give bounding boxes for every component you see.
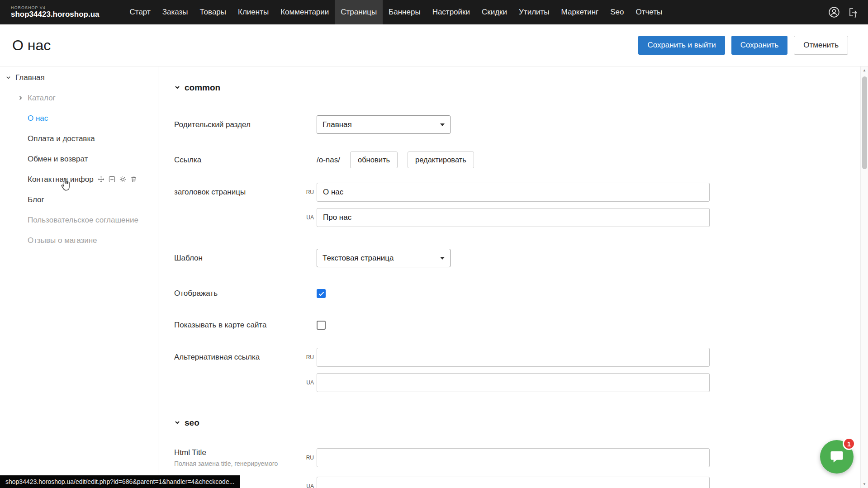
content-area: Главная Каталог О нас Оплата и доставка … (0, 66, 868, 488)
sidebar-item-obmen-i-vozvrat[interactable]: Обмен и возврат (0, 149, 158, 169)
menu-item-products[interactable]: Товары (194, 0, 232, 24)
lang-badge-ru: RU (302, 354, 314, 360)
add-icon[interactable] (109, 176, 115, 183)
menu-item-orders[interactable]: Заказы (157, 0, 194, 24)
field-label-display: Отображать (174, 289, 317, 298)
field-label-link: Ссылка (174, 156, 317, 165)
scrollbar-thumb[interactable] (862, 76, 867, 169)
menu-item-pages[interactable]: Страницы (335, 0, 383, 24)
menu-item-reports[interactable]: Отчеты (630, 0, 668, 24)
menu-item-seo[interactable]: Seo (604, 0, 630, 24)
chevron-right-icon (18, 95, 25, 101)
lang-badge-ua: UA (302, 214, 314, 221)
sidebar-item-label: Блог (28, 195, 44, 204)
field-label-sitemap: Показывать в карте сайта (174, 321, 317, 330)
header-actions: Сохранить и выйти Сохранить Отменить (638, 36, 848, 55)
tree-item-actions (98, 176, 137, 183)
section-common-toggle[interactable]: common (174, 83, 841, 93)
sidebar-item-label: Главная (15, 73, 45, 82)
refresh-link-button[interactable]: обновить (350, 152, 398, 168)
lang-badge-ua: UA (302, 483, 314, 488)
page-title: О нас (12, 37, 51, 54)
lang-badge-ru: RU (302, 455, 314, 461)
scroll-up-arrow[interactable]: ▲ (861, 66, 868, 74)
sidebar-item-label: Каталог (28, 94, 56, 103)
pages-tree-sidebar: Главная Каталог О нас Оплата и доставка … (0, 66, 158, 488)
menu-item-start[interactable]: Старт (124, 0, 157, 24)
settings-icon[interactable] (119, 176, 126, 183)
chevron-down-icon (174, 418, 180, 428)
alt-link-ua-input[interactable] (317, 373, 710, 392)
sidebar-item-label: Обмен и возврат (28, 155, 88, 164)
page-header: О нас Сохранить и выйти Сохранить Отмени… (0, 24, 868, 66)
lang-badge-ua: UA (302, 379, 314, 386)
menu-item-banners[interactable]: Баннеры (383, 0, 427, 24)
html-title-ua-input[interactable] (317, 477, 710, 488)
menu-item-settings[interactable]: Настройки (427, 0, 476, 24)
save-button[interactable]: Сохранить (731, 36, 787, 55)
sidebar-item-otzyvy-o-magazine[interactable]: Отзывы о магазине (0, 230, 158, 251)
page-title-ua-input[interactable] (317, 208, 710, 227)
chat-icon (829, 449, 845, 465)
user-icon[interactable] (828, 6, 840, 18)
scroll-down-arrow[interactable]: ▼ (861, 480, 868, 488)
lang-badge-ru: RU (302, 189, 314, 195)
select-value: Текстовая страница (323, 254, 394, 263)
select-value: Главная (323, 120, 352, 129)
sidebar-item-oplata-i-dostavka[interactable]: Оплата и доставка (0, 128, 158, 149)
main-menu: Старт Заказы Товары Клиенты Комментарии … (124, 0, 669, 24)
save-and-exit-button[interactable]: Сохранить и выйти (638, 36, 725, 55)
sitemap-checkbox[interactable] (317, 321, 326, 330)
delete-icon[interactable] (130, 176, 137, 183)
sidebar-item-label: Оплата и доставка (28, 134, 95, 143)
edit-link-button[interactable]: редактировать (408, 152, 474, 168)
logout-icon[interactable] (847, 7, 858, 18)
chat-unread-badge: 1 (843, 437, 855, 450)
sidebar-item-blog[interactable]: Блог (0, 190, 158, 210)
chat-widget-button[interactable]: 1 (820, 440, 854, 474)
sidebar-item-glavnaya[interactable]: Главная (0, 67, 158, 88)
template-select[interactable]: Текстовая страница (317, 249, 451, 267)
sidebar-item-o-nas[interactable]: О нас (0, 108, 158, 128)
parent-section-select[interactable]: Главная (317, 115, 451, 134)
html-title-ru-input[interactable] (317, 448, 710, 467)
menu-item-marketing[interactable]: Маркетинг (555, 0, 605, 24)
sidebar-item-polzovatelskoe-soglashenie[interactable]: Пользовательское соглашение (0, 210, 158, 230)
field-label-alt-link: Альтернативная ссылка (174, 353, 317, 362)
page-title-ru-input[interactable] (317, 183, 710, 202)
page-url-path: /o-nas/ (317, 156, 340, 165)
section-title: common (185, 83, 220, 93)
field-label-template: Шаблон (174, 254, 317, 263)
section-title: seo (185, 418, 199, 428)
section-seo-toggle[interactable]: seo (174, 418, 841, 428)
field-label-parent-section: Родительский раздел (174, 120, 317, 129)
chevron-down-icon (174, 83, 180, 93)
sidebar-item-label: Пользовательское соглашение (28, 216, 138, 225)
sidebar-item-label: О нас (28, 114, 48, 123)
brand-logo[interactable]: HOROSHOP V4 shop34423.horoshop.ua (11, 6, 100, 19)
display-checkbox[interactable] (317, 289, 326, 298)
select-arrow-icon (440, 123, 445, 126)
topbar-right-icons (828, 6, 858, 18)
cancel-button[interactable]: Отменить (794, 36, 848, 55)
menu-item-utilities[interactable]: Утилиты (513, 0, 555, 24)
scrollbar[interactable]: ▲ ▼ (860, 66, 868, 488)
menu-item-discounts[interactable]: Скидки (476, 0, 513, 24)
field-label-text: Html Title (174, 448, 317, 457)
chevron-down-icon (5, 75, 13, 81)
field-hint: Полная замена title, генерируемого (174, 460, 317, 467)
field-label-page-title: заголовок страницы (174, 188, 317, 197)
menu-item-clients[interactable]: Клиенты (232, 0, 275, 24)
page-edit-form: common Родительский раздел Главная Ссылк… (158, 66, 868, 488)
sidebar-item-label: Отзывы о магазине (28, 236, 97, 245)
field-label-html-title: Html Title Полная замена title, генериру… (174, 448, 317, 467)
alt-link-ru-input[interactable] (317, 348, 710, 367)
brand-domain: shop34423.horoshop.ua (11, 10, 100, 19)
move-icon[interactable] (98, 176, 104, 183)
browser-status-bar: shop34423.horoshop.ua/edit/edit.php?id=6… (0, 475, 240, 488)
sidebar-item-label: Контактная инфор (28, 175, 94, 184)
sidebar-item-katalog[interactable]: Каталог (0, 88, 158, 108)
sidebar-item-kontaktnaya-informatsiya[interactable]: Контактная инфор (0, 169, 158, 190)
select-arrow-icon (440, 257, 445, 260)
menu-item-comments[interactable]: Комментарии (275, 0, 335, 24)
